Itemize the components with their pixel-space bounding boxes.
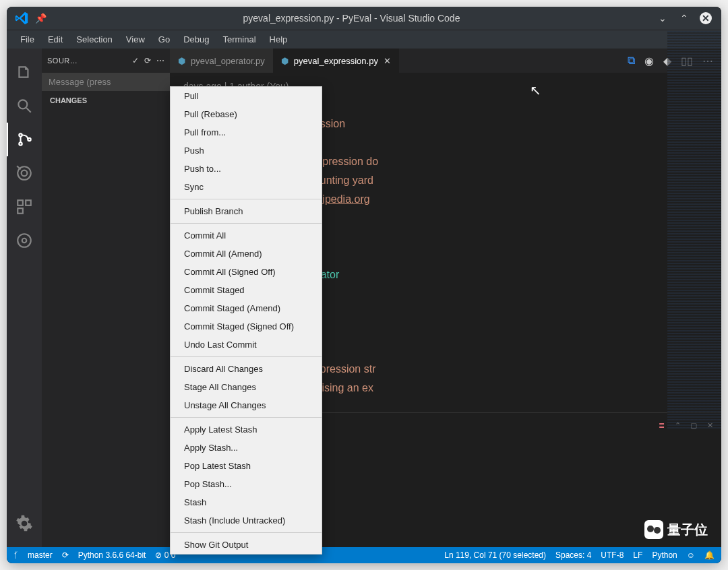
menu-item-stash-include-untracked-[interactable]: Stash (Include Untracked): [171, 511, 322, 530]
menu-item-pull-rebase-[interactable]: Pull (Rebase): [171, 105, 322, 123]
menu-selection[interactable]: Selection: [69, 32, 119, 47]
svg-rect-8: [18, 200, 23, 205]
watermark-logo-icon: [644, 520, 663, 539]
status-notifications-icon[interactable]: 🔔: [704, 550, 715, 560]
tabs: ⬢ pyeval_operator.py ⬢ pyeval_expression…: [170, 49, 721, 73]
menu-edit[interactable]: Edit: [41, 32, 69, 47]
tab-pyeval-expression[interactable]: ⬢ pyeval_expression.py ✕: [273, 49, 399, 73]
python-icon: ⬢: [178, 56, 185, 66]
menu-file[interactable]: File: [13, 32, 41, 47]
debug-icon[interactable]: [7, 156, 42, 190]
menu-item-stage-all-changes[interactable]: Stage All Changes: [171, 378, 322, 396]
changes-header[interactable]: CHANGES: [42, 91, 170, 110]
svg-point-12: [22, 239, 27, 243]
python-icon: ⬢: [281, 56, 289, 66]
menu-item-commit-staged-signed-off-[interactable]: Commit Staged (Signed Off): [171, 317, 322, 336]
menu-separator: [171, 417, 322, 418]
menu-terminal[interactable]: Terminal: [216, 32, 262, 47]
scm-icon[interactable]: [7, 123, 42, 156]
clear-icon[interactable]: ≣: [659, 421, 665, 430]
maximize-icon[interactable]: ⌃: [678, 12, 690, 24]
window-title: pyeval_expression.py - PyEval - Visual S…: [47, 13, 657, 24]
menu-go[interactable]: Go: [152, 32, 177, 47]
svg-point-2: [19, 133, 22, 136]
menu-item-discard-all-changes[interactable]: Discard All Changes: [171, 360, 322, 378]
close-tab-icon[interactable]: ✕: [384, 56, 391, 66]
scm-refresh-icon[interactable]: ⟳: [144, 56, 151, 65]
menu-item-pop-latest-stash[interactable]: Pop Latest Stash: [171, 457, 322, 475]
minimize-icon[interactable]: ⌄: [657, 12, 669, 24]
menu-item-commit-all-amend-[interactable]: Commit All (Amend): [171, 245, 322, 263]
menu-item-apply-stash-[interactable]: Apply Stash...: [171, 439, 322, 457]
menu-item-stash[interactable]: Stash: [171, 493, 322, 511]
menu-separator: [171, 356, 322, 357]
svg-point-6: [22, 170, 28, 177]
close-icon[interactable]: ✕: [700, 12, 712, 24]
menu-item-pull-from-[interactable]: Pull from...: [171, 123, 322, 141]
menu-item-push-to-[interactable]: Push to...: [171, 160, 322, 178]
gitlens-icon[interactable]: [7, 224, 42, 257]
vscode-logo-icon: [15, 11, 28, 25]
titlebar: 📌 pyeval_expression.py - PyEval - Visual…: [7, 7, 721, 30]
status-eol[interactable]: LF: [633, 550, 642, 560]
menu-help[interactable]: Help: [263, 32, 295, 47]
watermark: 量子位: [644, 520, 708, 539]
status-branch[interactable]: master: [28, 550, 53, 560]
menu-debug[interactable]: Debug: [177, 32, 216, 47]
status-lang[interactable]: Python: [652, 550, 677, 560]
watermark-text: 量子位: [667, 521, 708, 539]
svg-rect-10: [18, 208, 23, 214]
sync-icon[interactable]: ⟳: [62, 550, 69, 560]
tab-label: pyeval_operator.py: [191, 56, 265, 66]
pin-icon[interactable]: 📌: [35, 13, 47, 24]
status-encoding[interactable]: UTF-8: [601, 550, 624, 560]
svg-line-1: [26, 108, 31, 113]
menu-view[interactable]: View: [119, 32, 152, 47]
status-feedback-icon[interactable]: ☺: [687, 550, 695, 560]
scm-commit-icon[interactable]: ✓: [132, 56, 139, 65]
tab-pyeval-operator[interactable]: ⬢ pyeval_operator.py: [170, 49, 273, 73]
svg-point-11: [18, 234, 31, 247]
compare-icon[interactable]: ⧉: [628, 55, 635, 67]
settings-icon[interactable]: [7, 507, 42, 540]
menu-item-undo-last-commit[interactable]: Undo Last Commit: [171, 336, 322, 354]
activitybar: [7, 49, 42, 547]
sidebar-title: SOUR…: [47, 57, 127, 65]
menu-item-push[interactable]: Push: [171, 141, 322, 160]
menu-item-commit-staged[interactable]: Commit Staged: [171, 281, 322, 299]
tab-label: pyeval_expression.py: [294, 56, 378, 66]
search-icon[interactable]: [7, 89, 42, 123]
menu-item-show-git-output[interactable]: Show Git Output: [171, 536, 322, 554]
svg-point-3: [19, 142, 22, 145]
menu-separator: [171, 223, 322, 224]
menu-item-commit-staged-amend-[interactable]: Commit Staged (Amend): [171, 299, 322, 317]
menu-item-apply-latest-stash[interactable]: Apply Latest Stash: [171, 420, 322, 439]
status-position[interactable]: Ln 119, Col 71 (70 selected): [444, 550, 546, 560]
svg-point-0: [18, 100, 27, 108]
menu-item-commit-all-signed-off-[interactable]: Commit All (Signed Off): [171, 263, 322, 281]
extensions-icon[interactable]: [7, 190, 42, 224]
commit-message-input[interactable]: Message (press: [42, 73, 170, 91]
menubar: File Edit Selection View Go Debug Termin…: [7, 30, 721, 49]
branch-icon[interactable]: ᚶ: [13, 550, 18, 560]
menu-item-sync[interactable]: Sync: [171, 178, 322, 196]
files-icon[interactable]: [7, 55, 42, 89]
menu-item-pop-stash-[interactable]: Pop Stash...: [171, 475, 322, 493]
statusbar: ᚶ master ⟳ Python 3.6.6 64-bit ⊘ 0 0 Ln …: [7, 547, 721, 563]
menu-separator: [171, 532, 322, 533]
scm-context-menu: PullPull (Rebase)Pull from...PushPush to…: [170, 86, 322, 555]
minimap[interactable]: [667, 49, 721, 429]
menu-item-pull[interactable]: Pull: [171, 87, 322, 105]
vscode-window: 📌 pyeval_expression.py - PyEval - Visual…: [7, 7, 721, 563]
status-python[interactable]: Python 3.6.6 64-bit: [78, 550, 146, 560]
svg-rect-9: [26, 200, 31, 205]
scm-more-icon[interactable]: ⋯: [156, 56, 164, 65]
menu-separator: [171, 199, 322, 199]
preview-icon[interactable]: ◉: [644, 55, 654, 67]
menu-item-commit-all[interactable]: Commit All: [171, 226, 322, 245]
menu-item-unstage-all-changes[interactable]: Unstage All Changes: [171, 396, 322, 414]
status-spaces[interactable]: Spaces: 4: [555, 550, 591, 560]
scm-sidebar: SOUR… ✓ ⟳ ⋯ Message (press CHANGES: [42, 49, 170, 547]
menu-item-publish-branch[interactable]: Publish Branch: [171, 202, 322, 220]
